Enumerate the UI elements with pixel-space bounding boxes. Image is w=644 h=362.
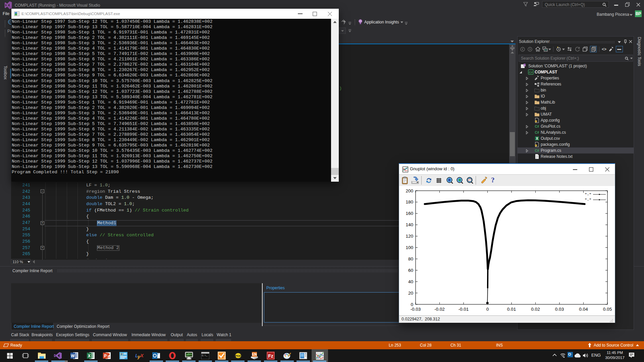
svg-text:PDF: PDF [235,354,241,358]
svg-text:-0.01: -0.01 [459,307,469,312]
svg-text:"-": "-" [585,193,591,197]
svg-text:EN: EN [252,352,257,356]
svg-text:0.05: 0.05 [603,307,612,312]
svg-text:160: 160 [406,211,413,216]
svg-text:P: P [104,354,107,358]
svg-text:C#: C# [529,71,533,74]
svg-text:"-": "-" [585,198,591,202]
svg-text:0.03: 0.03 [555,307,564,312]
svg-text:20: 20 [408,291,413,296]
svg-text:0: 0 [486,307,489,312]
svg-text:-0.02: -0.02 [434,307,445,312]
svg-text:C#: C# [535,149,539,153]
svg-text:W: W [71,354,75,358]
svg-text:100: 100 [406,245,413,250]
svg-text:-0.03: -0.03 [411,307,421,312]
svg-text:X: X [536,137,538,140]
svg-text:120: 120 [406,234,413,239]
svg-text:200: 200 [406,188,413,193]
svg-text:60: 60 [408,268,413,273]
svg-text:180: 180 [406,199,413,204]
svg-text:0.04: 0.04 [579,307,588,312]
svg-text:80: 80 [408,256,413,261]
svg-text:0: 0 [411,302,413,307]
svg-text:7: 7 [223,356,225,359]
svg-text:0.01: 0.01 [507,307,516,312]
svg-text:40: 40 [408,279,413,284]
svg-text:∞: ∞ [524,64,526,66]
svg-text:C#: C# [535,125,539,128]
svg-text:C#: C# [535,131,539,134]
svg-text:Fz: Fz [268,353,273,359]
svg-text:C:\_: C:\_ [202,354,208,357]
svg-text:0.02: 0.02 [531,307,540,312]
svg-text:140: 140 [406,222,413,227]
svg-text:X: X [88,354,91,358]
